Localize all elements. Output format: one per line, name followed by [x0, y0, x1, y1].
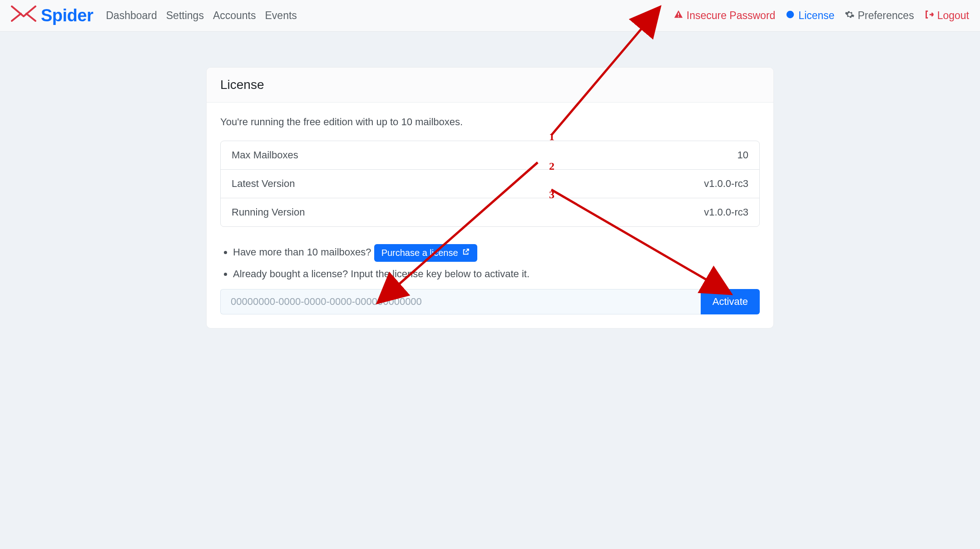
nav-preferences[interactable]: Preferences [845, 10, 914, 22]
nav-settings[interactable]: Settings [166, 10, 204, 22]
navbar: Spider Dashboard Settings Accounts Event… [0, 0, 980, 32]
bullet-activate: Already bought a license? Input the lice… [233, 268, 760, 280]
row-latest-version-value: v1.0.0-rc3 [704, 178, 748, 190]
nav-accounts[interactable]: Accounts [213, 10, 256, 22]
nav-right: Insecure Password License Preferences Lo… [673, 10, 969, 22]
spider-logo-icon [11, 5, 36, 27]
svg-rect-0 [678, 13, 679, 15]
logout-icon [924, 10, 934, 22]
brand[interactable]: Spider [11, 5, 93, 27]
main-container: License You're running the free edition … [202, 67, 778, 328]
row-latest-version: Latest Version v1.0.0-rc3 [221, 170, 759, 198]
license-card: License You're running the free edition … [206, 67, 774, 328]
nav-insecure-password-label: Insecure Password [687, 10, 776, 22]
nav-preferences-label: Preferences [858, 10, 914, 22]
bullet-list: Have more than 10 mailboxes? Purchase a … [233, 244, 760, 280]
license-info-list: Max Mailboxes 10 Latest Version v1.0.0-r… [220, 141, 760, 227]
annotation-number-1: 1 [549, 131, 554, 143]
bullet-purchase-text: Have more than 10 mailboxes? [233, 246, 374, 258]
brand-name: Spider [41, 6, 93, 25]
annotation-number-3: 3 [549, 189, 554, 201]
purchase-license-button-label: Purchase a license [381, 248, 458, 258]
warning-triangle-icon [673, 10, 683, 22]
row-max-mailboxes: Max Mailboxes 10 [221, 141, 759, 170]
license-key-input[interactable] [220, 289, 701, 314]
card-body: You're running the free edition with up … [207, 103, 773, 328]
svg-rect-1 [678, 16, 679, 17]
row-max-mailboxes-label: Max Mailboxes [232, 149, 298, 161]
row-running-version: Running Version v1.0.0-rc3 [221, 198, 759, 226]
row-max-mailboxes-value: 10 [737, 149, 748, 161]
activate-button[interactable]: Activate [701, 289, 760, 314]
certificate-icon [785, 10, 795, 22]
license-input-group: Activate [220, 289, 760, 314]
nav-logout-label: Logout [937, 10, 969, 22]
lead-text: You're running the free edition with up … [220, 116, 760, 128]
nav-dashboard[interactable]: Dashboard [106, 10, 157, 22]
gear-icon [845, 10, 855, 22]
nav-logout[interactable]: Logout [924, 10, 969, 22]
row-running-version-label: Running Version [232, 206, 305, 218]
nav-license-label: License [798, 10, 834, 22]
row-running-version-value: v1.0.0-rc3 [704, 206, 748, 218]
nav-insecure-password[interactable]: Insecure Password [673, 10, 776, 22]
external-link-icon [462, 248, 470, 258]
nav-license[interactable]: License [785, 10, 834, 22]
nav-events[interactable]: Events [265, 10, 297, 22]
purchase-license-button[interactable]: Purchase a license [374, 244, 477, 262]
annotation-number-2: 2 [549, 160, 554, 172]
nav-left: Dashboard Settings Accounts Events [106, 10, 297, 22]
bullet-purchase: Have more than 10 mailboxes? Purchase a … [233, 244, 760, 262]
card-title: License [207, 68, 773, 103]
row-latest-version-label: Latest Version [232, 178, 295, 190]
